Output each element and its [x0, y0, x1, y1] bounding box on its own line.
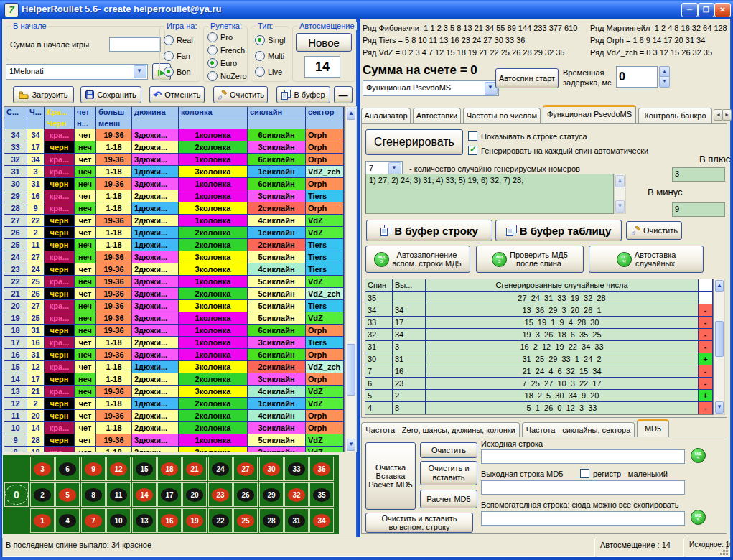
- generate-button[interactable]: Сгенерировать: [365, 129, 463, 155]
- autospin-start-button[interactable]: Автоспин старт: [495, 68, 559, 88]
- table-row[interactable]: 3434кра...чет19-363дюжи...1колонка6сикла…: [4, 129, 344, 141]
- board-cell-36[interactable]: 36: [309, 457, 334, 481]
- table-row[interactable]: 3234кра...чет19-363дюжи...1колонка6сикла…: [4, 154, 344, 166]
- spin-table-row[interactable]: 303131 25 29 33 1 24 2+: [365, 353, 713, 365]
- checkbox-icon[interactable]: [468, 131, 477, 141]
- minus-input[interactable]: 9: [672, 202, 725, 217]
- board-cell-24[interactable]: 24: [208, 457, 233, 481]
- tab-Анализатор[interactable]: Анализатор: [361, 108, 411, 123]
- spin-table-row[interactable]: 485 1 26 0 12 3 33-: [365, 402, 713, 414]
- spin-table-row[interactable]: 6237 25 27 10 3 22 17-: [365, 378, 713, 390]
- table-row[interactable]: 2027кра...неч19-363дюжи...3колонка5сикла…: [4, 300, 344, 312]
- board-cell-19[interactable]: 19: [182, 508, 207, 533]
- board-cell-14[interactable]: 14: [132, 482, 157, 507]
- checkbox-icon[interactable]: [580, 469, 589, 478]
- table-row[interactable]: 1321кра...неч19-362дюжи...3колонка4сикла…: [4, 386, 344, 398]
- table-row[interactable]: 262чернчет1-181дюжи...2колонка1сиклайнVd…: [4, 227, 344, 239]
- spinner-down-icon[interactable]: ▼: [659, 76, 670, 88]
- scroll-down-icon[interactable]: ▼: [615, 200, 625, 213]
- tab-Частота - Zero, шансы, дюжины, колонки[interactable]: Частота - Zero, шансы, дюжины, колонки: [361, 422, 520, 437]
- board-cell-3[interactable]: 3: [30, 457, 55, 481]
- spin-table-scrollbar[interactable]: ▲ ▼: [714, 279, 725, 415]
- table-row[interactable]: 1925кра...неч19-363дюжи...1колонка5сикла…: [4, 312, 344, 325]
- autobet-random-button[interactable]: ГСЧ Автоставкаслучайных: [589, 246, 704, 273]
- to-buffer-button[interactable]: В буфер: [276, 86, 330, 103]
- undo-button[interactable]: ↶ Отменить: [149, 86, 205, 103]
- md5-check-button[interactable]: МД5 Проверить МД5после спина: [476, 246, 584, 273]
- radio-live[interactable]: Live: [255, 64, 289, 80]
- table-row[interactable]: 3031черннеч19-363дюжи...1колонка6сиклайн…: [4, 178, 344, 190]
- radio-icon[interactable]: [207, 58, 218, 68]
- radio-fan[interactable]: Fan: [164, 48, 200, 64]
- md5-calc-aux-icon[interactable]: МД5: [691, 510, 706, 525]
- radio-pro[interactable]: Pro: [207, 31, 247, 44]
- radio-icon[interactable]: [164, 67, 174, 77]
- board-cell-27[interactable]: 27: [233, 457, 258, 481]
- board-cell-34[interactable]: 34: [309, 508, 334, 533]
- md5-clear-button[interactable]: Очистить: [420, 442, 477, 458]
- close-button[interactable]: ✕: [714, 3, 731, 17]
- tab-Контроль банкро[interactable]: Контроль банкро: [638, 108, 712, 123]
- board-cell-15[interactable]: 15: [132, 457, 157, 481]
- radio-icon[interactable]: [164, 35, 174, 45]
- md5-calc-button[interactable]: Расчет MD5: [420, 490, 477, 508]
- radio-icon[interactable]: [255, 35, 265, 45]
- table-row[interactable]: 2511черннеч1-181дюжи...2колонка2сиклайнT…: [4, 239, 344, 251]
- md5-source-input[interactable]: [481, 449, 685, 464]
- minus-button[interactable]: —: [334, 86, 353, 103]
- md5-clear-paste-calc-button[interactable]: ОчисткаВставкаРасчет MD5: [365, 442, 416, 510]
- spin-table-row[interactable]: 331715 19 1 9 4 28 30-: [365, 317, 713, 329]
- board-cell-13[interactable]: 13: [132, 508, 157, 533]
- radio-bon[interactable]: Bon: [164, 64, 200, 80]
- board-cell-2[interactable]: 2: [30, 482, 55, 507]
- load-button[interactable]: Загрузить: [13, 86, 74, 103]
- board-cell-21[interactable]: 21: [182, 457, 207, 481]
- board-cell-32[interactable]: 32: [284, 482, 309, 507]
- board-cell-20[interactable]: 20: [182, 482, 207, 507]
- tab-scroll-right-icon[interactable]: ►: [722, 109, 732, 121]
- md5-aux-input[interactable]: [481, 511, 685, 526]
- tab-Функционал PsevdoMS[interactable]: Функционал PsevdoMS: [543, 105, 636, 123]
- table-row[interactable]: 3317черннеч1-182дюжи...2колонка3сиклайнO…: [4, 141, 344, 154]
- radio-french[interactable]: French: [207, 44, 247, 57]
- resize-grip[interactable]: [723, 550, 725, 552]
- start-sum-input[interactable]: [109, 37, 161, 52]
- radio-icon[interactable]: [207, 32, 218, 42]
- table-row[interactable]: 122чернчет1-181дюжи...2колонка1сиклайнVd…: [4, 398, 344, 410]
- history-table-scrollbar[interactable]: ▲ ▼: [345, 106, 357, 452]
- radio-icon[interactable]: [207, 71, 218, 81]
- table-row[interactable]: 2427кра...неч19-363дюжи...3колонка5сикла…: [4, 251, 344, 263]
- show-status-checkbox[interactable]: Показывать в строке статуса: [468, 131, 587, 141]
- board-cell-30[interactable]: 30: [259, 457, 284, 481]
- board-cell-25[interactable]: 25: [233, 508, 258, 533]
- table-row[interactable]: 289кра...неч1-181дюжи...3колонка2сиклайн…: [4, 202, 344, 215]
- board-cell-7[interactable]: 7: [81, 508, 106, 533]
- auto-generate-checkbox[interactable]: Генерировать на каждый спин автоматическ…: [468, 146, 648, 155]
- table-row[interactable]: 2916кра...чет1-182дюжи...1колонка3сиклай…: [4, 190, 344, 202]
- board-cell-10[interactable]: 10: [106, 508, 131, 533]
- radio-nozero[interactable]: NoZero: [207, 70, 247, 83]
- md5-case-checkbox[interactable]: регистр - маленький: [580, 469, 668, 478]
- checkbox-icon[interactable]: [468, 146, 477, 155]
- radio-icon[interactable]: [255, 67, 265, 77]
- board-cell-4[interactable]: 4: [55, 508, 80, 533]
- scroll-up-icon[interactable]: ▲: [347, 108, 355, 120]
- board-cell-28[interactable]: 28: [259, 508, 284, 533]
- table-row[interactable]: 2126чернчет19-363дюжи...2колонка5сиклайн…: [4, 288, 344, 300]
- buffer-line-button[interactable]: В буфер строку: [366, 220, 492, 241]
- minimize-button[interactable]: ─: [681, 3, 698, 17]
- generated-numbers-textarea[interactable]: 1) 27; 2) 24; 3) 31; 4) 33; 5) 19; 6) 32…: [365, 174, 614, 214]
- buffer-table-button[interactable]: В буфер таблицу: [495, 220, 622, 241]
- board-cell-1[interactable]: 1: [30, 508, 55, 533]
- preset-combobox[interactable]: 1Melonati: [6, 64, 148, 80]
- spin-table-row[interactable]: СпинВы...Сгенерированные случайные числа: [365, 279, 713, 292]
- board-cell-35[interactable]: 35: [309, 482, 334, 507]
- tab-MD5[interactable]: MD5: [637, 419, 669, 437]
- delay-spinner[interactable]: ▲ ▼: [658, 66, 671, 88]
- board-cell-8[interactable]: 8: [81, 482, 106, 507]
- board-cell-5[interactable]: 5: [55, 482, 80, 507]
- table-row[interactable]: 1716кра...чет1-182дюжи...1колонка3сиклай…: [4, 337, 344, 349]
- radio-icon[interactable]: [207, 45, 218, 55]
- board-cell-33[interactable]: 33: [284, 457, 309, 481]
- board-cell-0[interactable]: 0: [4, 482, 29, 507]
